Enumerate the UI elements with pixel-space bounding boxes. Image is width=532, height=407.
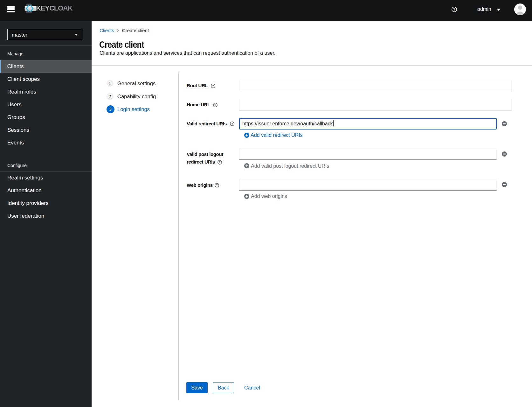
- svg-text:?: ?: [216, 184, 218, 187]
- svg-text:?: ?: [212, 84, 214, 88]
- svg-text:?: ?: [231, 122, 233, 125]
- svg-text:?: ?: [215, 103, 216, 107]
- svg-text:?: ?: [453, 7, 455, 11]
- svg-text:?: ?: [219, 161, 220, 164]
